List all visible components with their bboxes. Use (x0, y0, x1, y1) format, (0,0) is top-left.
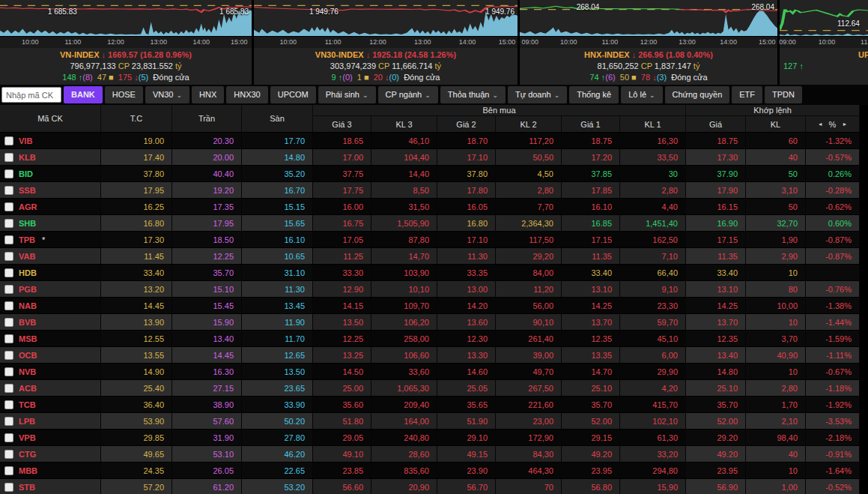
tab-tự-doanh[interactable]: Tự doanh⌄ (508, 86, 567, 103)
scrollbar-track[interactable] (860, 347, 868, 363)
row-checkbox[interactable] (4, 483, 13, 492)
tab-vn30[interactable]: VN30⌄ (145, 86, 189, 103)
row-checkbox[interactable] (4, 285, 13, 294)
table-row-MSB[interactable]: MSB12.5513.4011.7012.25258,0012.30261,40… (0, 331, 868, 347)
row-checkbox[interactable] (4, 169, 13, 178)
table-row-VPB[interactable]: VPB29.8531.9027.8029.05240,8029.10172,90… (0, 430, 868, 446)
scrollbar-track[interactable] (860, 166, 868, 181)
tab-tpdn[interactable]: TPDN (765, 86, 802, 103)
table-row-NAB[interactable]: NAB14.4515.4513.4514.15109,7014.2056,001… (0, 298, 868, 314)
row-checkbox[interactable] (4, 136, 13, 145)
scrollbar-track[interactable] (860, 105, 868, 132)
ticker-symbol[interactable]: MBB (19, 466, 37, 475)
ticker-symbol[interactable]: KLB (19, 153, 36, 162)
scrollbar-track[interactable] (860, 314, 868, 330)
scrollbar-track[interactable] (860, 281, 868, 297)
scrollbar-track[interactable] (860, 331, 868, 346)
table-row-ACB[interactable]: ACB25.4027.1523.6525.001,065,3025.05267,… (0, 380, 868, 397)
row-checkbox[interactable] (4, 202, 13, 211)
table-row-SSB[interactable]: SSB17.9519.2016.7017.758,5017.802,8017.8… (0, 182, 868, 199)
scrollbar-track[interactable] (860, 133, 868, 148)
scrollbar-track[interactable] (860, 298, 868, 313)
table-row-CTG[interactable]: CTG49.6553.1046.2049.1028,6049.1584,3049… (0, 446, 868, 463)
scrollbar-track[interactable] (860, 430, 868, 445)
tab-phái-sinh[interactable]: Phái sinh⌄ (318, 86, 376, 103)
ticker-symbol[interactable]: NVB (19, 367, 36, 376)
table-row-OCB[interactable]: OCB13.5514.4512.6513.25106,6013.3039,001… (0, 347, 868, 364)
scrollbar-track[interactable] (860, 149, 868, 165)
row-checkbox[interactable] (4, 186, 13, 195)
ticker-symbol[interactable]: OCB (19, 351, 37, 360)
row-checkbox[interactable] (4, 400, 13, 409)
tab-lô-lẻ[interactable]: Lô lẻ⌄ (621, 86, 662, 103)
scrollbar-track[interactable] (860, 265, 868, 280)
scrollbar-track[interactable] (860, 479, 868, 494)
scroll-right-icon[interactable]: ► (842, 121, 847, 127)
tab-upcom[interactable]: UPCOM (270, 86, 316, 103)
row-checkbox[interactable] (4, 318, 13, 327)
ticker-symbol[interactable]: VIB (19, 136, 32, 145)
tab-thỏa-thuận[interactable]: Thỏa thuận⌄ (440, 86, 506, 103)
table-row-STB[interactable]: STB57.2061.2053.2056.6020,9056.707056.80… (0, 479, 868, 494)
scrollbar-track[interactable] (860, 413, 868, 429)
symbol-search-input[interactable] (1, 87, 61, 103)
row-checkbox[interactable] (4, 351, 13, 360)
table-row-AGR[interactable]: AGR16.2517.3515.1516.0031,5016.057,7016.… (0, 199, 868, 215)
table-row-NVB[interactable]: NVB14.9016.3013.5014.5033,6014.6049,7014… (0, 364, 868, 380)
ticker-symbol[interactable]: PGB (19, 285, 37, 294)
scrollbar-track[interactable] (860, 232, 868, 247)
table-row-VAB[interactable]: VAB11.4512.2510.6511.2514,7011.3029,2011… (0, 248, 868, 265)
scroll-left-icon[interactable]: ◄ (818, 121, 823, 127)
ticker-symbol[interactable]: VAB (19, 252, 35, 261)
row-checkbox[interactable] (4, 235, 13, 244)
table-row-BID[interactable]: BID37.8040.4035.2037.7514,4037.804,5037.… (0, 166, 868, 182)
table-row-BVB[interactable]: BVB13.9015.9011.9013.50106,2013.6090,101… (0, 314, 868, 331)
scrollbar-track[interactable] (860, 446, 868, 462)
scrollbar-track[interactable] (860, 380, 868, 396)
ticker-symbol[interactable]: LPB (19, 417, 35, 426)
scrollbar-track[interactable] (860, 463, 868, 478)
row-checkbox[interactable] (4, 384, 13, 393)
table-row-TPB[interactable]: TPB*17.3018.5016.1017.0587,8017.10117,50… (0, 232, 868, 248)
tab-hose[interactable]: HOSE (105, 86, 143, 103)
table-row-SHB[interactable]: SHB16.8017.9515.6516.751,505,9016.802,36… (0, 215, 868, 232)
tab-hnx[interactable]: HNX (192, 86, 224, 103)
ticker-symbol[interactable]: AGR (19, 202, 37, 211)
ticker-symbol[interactable]: TPB (19, 235, 35, 244)
ticker-symbol[interactable]: BID (19, 169, 33, 178)
row-checkbox[interactable] (4, 466, 13, 475)
row-checkbox[interactable] (4, 219, 13, 228)
table-row-KLB[interactable]: KLB17.4020.0014.8017.00104,4017.1050,501… (0, 149, 868, 166)
tab-cp-ngành[interactable]: CP ngành⌄ (378, 86, 438, 103)
table-row-VIB[interactable]: VIB19.0020.3017.7018.6546,1018.70117,201… (0, 133, 868, 149)
row-checkbox[interactable] (4, 433, 13, 442)
scrollbar-track[interactable] (860, 182, 868, 198)
ticker-symbol[interactable]: SSB (19, 186, 36, 195)
table-row-TCB[interactable]: TCB36.4038.9033.9035.60209,4035.65221,60… (0, 397, 868, 413)
tab-bank[interactable]: BANK (64, 86, 103, 103)
row-checkbox[interactable] (4, 450, 13, 459)
ticker-symbol[interactable]: HDB (19, 268, 37, 277)
scrollbar-track[interactable] (860, 215, 868, 231)
scrollbar-track[interactable] (860, 364, 868, 379)
row-checkbox[interactable] (4, 417, 13, 426)
table-row-LPB[interactable]: LPB53.9057.6050.2051.80164,0051.9023,005… (0, 413, 868, 430)
row-checkbox[interactable] (4, 252, 13, 261)
tab-etf[interactable]: ETF (732, 86, 762, 103)
ticker-symbol[interactable]: CTG (19, 450, 36, 459)
row-checkbox[interactable] (4, 301, 13, 310)
row-checkbox[interactable] (4, 153, 13, 162)
tab-thống-kê[interactable]: Thống kê (569, 86, 619, 103)
ticker-symbol[interactable]: NAB (19, 301, 37, 310)
row-checkbox[interactable] (4, 268, 13, 277)
ticker-symbol[interactable]: TCB (19, 400, 36, 409)
scrollbar-track[interactable] (860, 199, 868, 214)
table-row-HDB[interactable]: HDB33.4035.7031.1033.30103,9033.3584,003… (0, 265, 868, 281)
table-row-MBB[interactable]: MBB24.3526.0522.6523.85835,6023.90464,30… (0, 463, 868, 479)
table-row-PGB[interactable]: PGB13.2015.1011.3012.9010,1013.0011,2013… (0, 281, 868, 298)
tab-chứng-quyền[interactable]: Chứng quyền (665, 86, 730, 103)
ticker-symbol[interactable]: MSB (19, 334, 37, 343)
row-checkbox[interactable] (4, 367, 13, 376)
ticker-symbol[interactable]: BVB (19, 318, 36, 327)
scrollbar-track[interactable] (860, 397, 868, 412)
